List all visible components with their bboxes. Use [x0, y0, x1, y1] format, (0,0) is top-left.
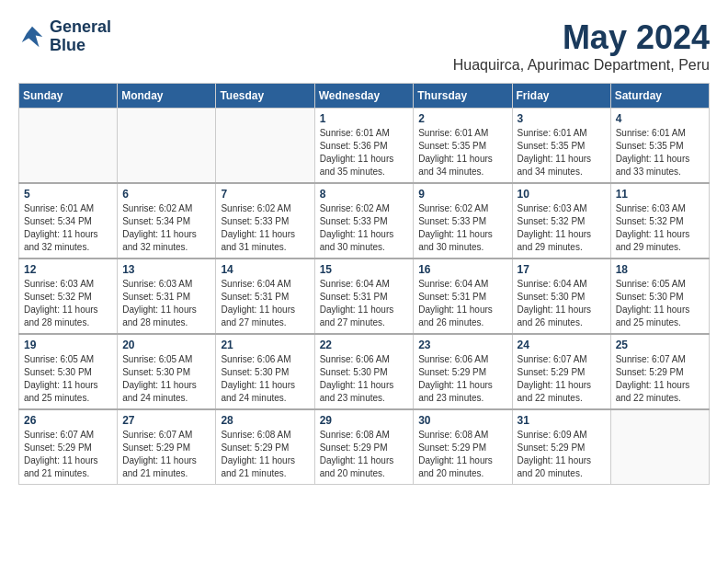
calendar-cell: 12Sunrise: 6:03 AMSunset: 5:32 PMDayligh…: [19, 259, 118, 334]
day-number: 6: [122, 188, 210, 201]
calendar-cell: 1Sunrise: 6:01 AMSunset: 5:36 PMDaylight…: [314, 109, 414, 184]
cell-content: Sunrise: 6:07 AMSunset: 5:29 PMDaylight:…: [122, 429, 210, 480]
calendar-cell: 17Sunrise: 6:04 AMSunset: 5:30 PMDayligh…: [512, 259, 610, 334]
day-number: 7: [221, 188, 309, 201]
calendar-cell: 14Sunrise: 6:04 AMSunset: 5:31 PMDayligh…: [216, 259, 314, 334]
calendar-cell: 2Sunrise: 6:01 AMSunset: 5:35 PMDaylight…: [414, 109, 512, 184]
day-number: 28: [221, 414, 309, 427]
day-number: 4: [616, 112, 704, 125]
calendar-cell: 16Sunrise: 6:04 AMSunset: 5:31 PMDayligh…: [414, 259, 512, 334]
calendar-cell: 23Sunrise: 6:06 AMSunset: 5:29 PMDayligh…: [414, 334, 512, 409]
day-number: 3: [518, 112, 606, 125]
month-title: May 2024: [453, 18, 710, 57]
cell-content: Sunrise: 6:07 AMSunset: 5:29 PMDaylight:…: [518, 353, 606, 405]
cell-content: Sunrise: 6:02 AMSunset: 5:33 PMDaylight:…: [320, 202, 409, 254]
calendar-cell: 29Sunrise: 6:08 AMSunset: 5:29 PMDayligh…: [314, 409, 414, 485]
day-header-saturday: Saturday: [610, 84, 709, 109]
cell-content: Sunrise: 6:07 AMSunset: 5:29 PMDaylight:…: [24, 429, 112, 480]
cell-content: Sunrise: 6:04 AMSunset: 5:31 PMDaylight:…: [418, 278, 506, 329]
day-number: 9: [418, 188, 506, 201]
day-number: 12: [24, 263, 112, 276]
day-header-thursday: Thursday: [414, 84, 512, 109]
calendar-cell: 4Sunrise: 6:01 AMSunset: 5:35 PMDaylight…: [610, 109, 709, 184]
page-header: General Blue May 2024 Huaquirca, Apurima…: [18, 18, 710, 74]
cell-content: Sunrise: 6:08 AMSunset: 5:29 PMDaylight:…: [320, 429, 409, 480]
calendar-cell: [216, 109, 314, 184]
calendar-cell: 7Sunrise: 6:02 AMSunset: 5:33 PMDaylight…: [216, 183, 314, 259]
calendar-cell: 30Sunrise: 6:08 AMSunset: 5:29 PMDayligh…: [414, 409, 512, 485]
day-header-monday: Monday: [118, 84, 216, 109]
cell-content: Sunrise: 6:08 AMSunset: 5:29 PMDaylight:…: [418, 429, 506, 480]
cell-content: Sunrise: 6:06 AMSunset: 5:29 PMDaylight:…: [418, 353, 506, 405]
cell-content: Sunrise: 6:04 AMSunset: 5:31 PMDaylight:…: [221, 278, 309, 329]
location-title: Huaquirca, Apurimac Department, Peru: [453, 57, 710, 74]
day-number: 30: [418, 414, 506, 427]
title-block: May 2024 Huaquirca, Apurimac Department,…: [453, 18, 710, 74]
calendar-cell: 28Sunrise: 6:08 AMSunset: 5:29 PMDayligh…: [216, 409, 314, 485]
calendar-cell: 31Sunrise: 6:09 AMSunset: 5:29 PMDayligh…: [512, 409, 610, 485]
cell-content: Sunrise: 6:01 AMSunset: 5:36 PMDaylight:…: [320, 127, 409, 178]
day-number: 15: [320, 263, 409, 276]
calendar-cell: 21Sunrise: 6:06 AMSunset: 5:30 PMDayligh…: [216, 334, 314, 409]
day-number: 10: [518, 188, 606, 201]
cell-content: Sunrise: 6:02 AMSunset: 5:33 PMDaylight:…: [418, 202, 506, 254]
calendar-header-row: SundayMondayTuesdayWednesdayThursdayFrid…: [19, 84, 710, 109]
calendar-week-row: 26Sunrise: 6:07 AMSunset: 5:29 PMDayligh…: [19, 409, 710, 485]
calendar-cell: 3Sunrise: 6:01 AMSunset: 5:35 PMDaylight…: [512, 109, 610, 184]
day-number: 19: [24, 339, 112, 351]
calendar-week-row: 5Sunrise: 6:01 AMSunset: 5:34 PMDaylight…: [19, 183, 710, 259]
cell-content: Sunrise: 6:03 AMSunset: 5:31 PMDaylight:…: [122, 278, 210, 329]
day-number: 21: [221, 339, 309, 351]
calendar-cell: 24Sunrise: 6:07 AMSunset: 5:29 PMDayligh…: [512, 334, 610, 409]
calendar-cell: [118, 109, 216, 184]
day-number: 14: [221, 263, 309, 276]
calendar-cell: 27Sunrise: 6:07 AMSunset: 5:29 PMDayligh…: [118, 409, 216, 485]
calendar-cell: [19, 109, 118, 184]
day-number: 5: [24, 188, 112, 201]
day-header-sunday: Sunday: [19, 84, 118, 109]
cell-content: Sunrise: 6:01 AMSunset: 5:35 PMDaylight:…: [418, 127, 506, 178]
calendar-cell: 20Sunrise: 6:05 AMSunset: 5:30 PMDayligh…: [118, 334, 216, 409]
day-number: 27: [122, 414, 210, 427]
cell-content: Sunrise: 6:03 AMSunset: 5:32 PMDaylight:…: [616, 202, 704, 254]
calendar-cell: 5Sunrise: 6:01 AMSunset: 5:34 PMDaylight…: [19, 183, 118, 259]
day-number: 25: [616, 339, 704, 351]
day-number: 22: [320, 339, 409, 351]
day-number: 29: [320, 414, 409, 427]
day-number: 18: [616, 263, 704, 276]
day-header-friday: Friday: [512, 84, 610, 109]
cell-content: Sunrise: 6:06 AMSunset: 5:30 PMDaylight:…: [221, 353, 309, 405]
calendar-table: SundayMondayTuesdayWednesdayThursdayFrid…: [18, 83, 710, 485]
calendar-cell: 11Sunrise: 6:03 AMSunset: 5:32 PMDayligh…: [610, 183, 709, 259]
cell-content: Sunrise: 6:05 AMSunset: 5:30 PMDaylight:…: [616, 278, 704, 329]
cell-content: Sunrise: 6:06 AMSunset: 5:30 PMDaylight:…: [320, 353, 409, 405]
calendar-week-row: 19Sunrise: 6:05 AMSunset: 5:30 PMDayligh…: [19, 334, 710, 409]
cell-content: Sunrise: 6:01 AMSunset: 5:35 PMDaylight:…: [616, 127, 704, 178]
day-number: 8: [320, 188, 409, 201]
day-number: 31: [518, 414, 606, 427]
calendar-cell: 13Sunrise: 6:03 AMSunset: 5:31 PMDayligh…: [118, 259, 216, 334]
cell-content: Sunrise: 6:02 AMSunset: 5:34 PMDaylight:…: [122, 202, 210, 254]
calendar-cell: 6Sunrise: 6:02 AMSunset: 5:34 PMDaylight…: [118, 183, 216, 259]
calendar-cell: 26Sunrise: 6:07 AMSunset: 5:29 PMDayligh…: [19, 409, 118, 485]
day-number: 17: [518, 263, 606, 276]
calendar-cell: 22Sunrise: 6:06 AMSunset: 5:30 PMDayligh…: [314, 334, 414, 409]
calendar-cell: 8Sunrise: 6:02 AMSunset: 5:33 PMDaylight…: [314, 183, 414, 259]
cell-content: Sunrise: 6:04 AMSunset: 5:31 PMDaylight:…: [320, 278, 409, 329]
day-number: 1: [320, 112, 409, 125]
day-header-tuesday: Tuesday: [216, 84, 314, 109]
day-number: 2: [418, 112, 506, 125]
cell-content: Sunrise: 6:09 AMSunset: 5:29 PMDaylight:…: [518, 429, 606, 480]
cell-content: Sunrise: 6:03 AMSunset: 5:32 PMDaylight:…: [24, 278, 112, 329]
cell-content: Sunrise: 6:08 AMSunset: 5:29 PMDaylight:…: [221, 429, 309, 480]
logo: General Blue: [18, 18, 111, 55]
day-number: 20: [122, 339, 210, 351]
day-number: 13: [122, 263, 210, 276]
calendar-week-row: 1Sunrise: 6:01 AMSunset: 5:36 PMDaylight…: [19, 109, 710, 184]
day-header-wednesday: Wednesday: [314, 84, 414, 109]
calendar-cell: 19Sunrise: 6:05 AMSunset: 5:30 PMDayligh…: [19, 334, 118, 409]
logo-icon: [18, 23, 46, 51]
cell-content: Sunrise: 6:05 AMSunset: 5:30 PMDaylight:…: [24, 353, 112, 405]
cell-content: Sunrise: 6:03 AMSunset: 5:32 PMDaylight:…: [518, 202, 606, 254]
day-number: 24: [518, 339, 606, 351]
